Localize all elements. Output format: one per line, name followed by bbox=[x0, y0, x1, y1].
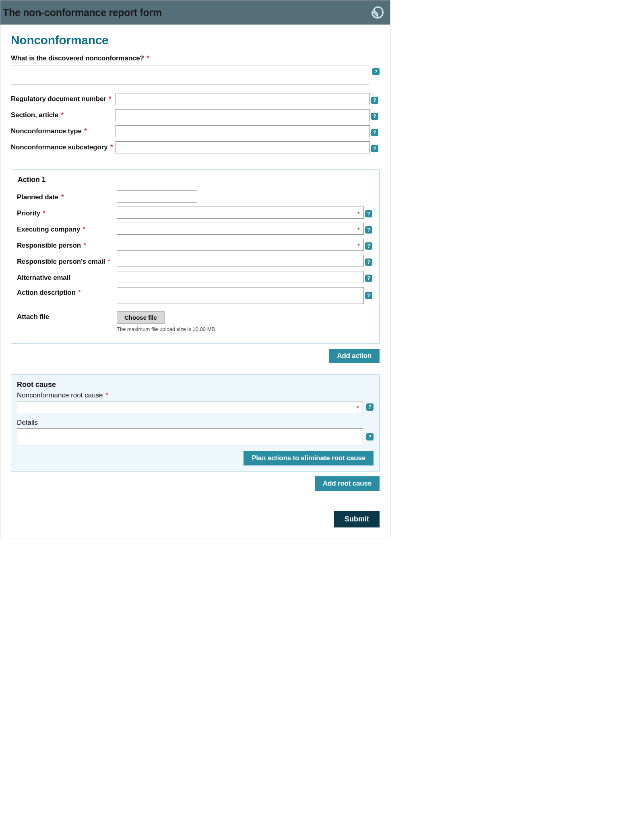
field-responsible-person: Responsible person * ▼ ? bbox=[17, 239, 374, 251]
root-details-input[interactable] bbox=[17, 428, 363, 445]
label-nonconformance-type: Nonconformance type bbox=[11, 127, 82, 135]
section-article-input[interactable] bbox=[116, 109, 370, 121]
page-title: The non-conformance report form bbox=[3, 7, 162, 19]
label-executing-company: Executing company bbox=[17, 225, 80, 233]
root-cause-select[interactable] bbox=[17, 401, 363, 413]
nonconformance-subcategory-input[interactable] bbox=[116, 141, 370, 153]
priority-select[interactable] bbox=[117, 207, 364, 219]
logo-leaf-icon bbox=[370, 5, 385, 20]
label-alternative-email: Alternative email bbox=[17, 274, 70, 281]
help-icon[interactable]: ? bbox=[365, 275, 372, 282]
label-section-article: Section, article bbox=[11, 111, 58, 119]
action-description-input[interactable] bbox=[117, 287, 364, 304]
help-icon[interactable]: ? bbox=[371, 129, 378, 136]
planned-date-input[interactable] bbox=[117, 190, 197, 203]
field-discovered-nonconformance: What is the discovered nonconformance? *… bbox=[11, 54, 380, 85]
responsible-person-select[interactable] bbox=[117, 239, 364, 251]
label-responsible-person: Responsible person bbox=[17, 242, 81, 249]
executing-company-select[interactable] bbox=[117, 223, 364, 235]
help-icon[interactable]: ? bbox=[371, 145, 378, 152]
required-marker: * bbox=[109, 95, 111, 103]
field-nonconformance-subcategory: Nonconformance subcategory * ? bbox=[11, 141, 380, 153]
file-size-note: The maximum file upload size is 10.00 MB bbox=[117, 326, 364, 332]
label-text: What is the discovered nonconformance? bbox=[11, 54, 144, 62]
help-icon[interactable]: ? bbox=[365, 210, 372, 217]
field-planned-date: Planned date * bbox=[17, 190, 374, 203]
help-icon[interactable]: ? bbox=[365, 242, 372, 250]
submit-button[interactable]: Submit bbox=[334, 511, 380, 527]
regulatory-doc-input[interactable] bbox=[116, 93, 370, 105]
add-action-button[interactable]: Add action bbox=[329, 349, 380, 363]
field-nonconformance-type: Nonconformance type * ? bbox=[11, 125, 380, 137]
required-marker: * bbox=[83, 242, 86, 249]
required-marker: * bbox=[110, 143, 113, 151]
add-root-cause-button[interactable]: Add root cause bbox=[315, 476, 380, 491]
required-marker: * bbox=[61, 111, 63, 119]
label-discovered-nonconformance: What is the discovered nonconformance? * bbox=[11, 54, 380, 62]
field-regulatory-doc: Regulatory document number * ? bbox=[11, 93, 380, 105]
help-icon[interactable]: ? bbox=[365, 226, 372, 234]
label-priority: Priority bbox=[17, 209, 40, 217]
required-marker: * bbox=[43, 209, 45, 217]
root-cause-box: Root cause Nonconformance root cause * ▼… bbox=[11, 374, 380, 471]
label-attach-file: Attach file bbox=[17, 313, 49, 321]
required-marker: * bbox=[61, 193, 64, 201]
required-marker: * bbox=[78, 289, 80, 296]
label-responsible-email: Responsible person's email bbox=[17, 258, 105, 265]
field-priority: Priority * ▼ ? bbox=[17, 207, 374, 219]
required-marker: * bbox=[108, 258, 110, 265]
required-marker: * bbox=[147, 54, 149, 62]
label-root-details: Details bbox=[17, 419, 374, 427]
form-card: The non-conformance report form Nonconfo… bbox=[0, 0, 390, 538]
responsible-email-input[interactable] bbox=[117, 255, 364, 267]
alternative-email-input[interactable] bbox=[117, 271, 364, 283]
field-section-article: Section, article * ? bbox=[11, 109, 380, 121]
card-header: The non-conformance report form bbox=[0, 0, 390, 25]
field-responsible-email: Responsible person's email * ? bbox=[17, 255, 374, 267]
label-root-cause: Nonconformance root cause * bbox=[17, 391, 374, 399]
required-marker: * bbox=[83, 225, 85, 233]
help-icon[interactable]: ? bbox=[372, 68, 380, 75]
label-regulatory-doc: Regulatory document number bbox=[11, 95, 106, 103]
section-title-nonconformance: Nonconformance bbox=[11, 33, 380, 47]
label-action-description: Action description bbox=[17, 289, 76, 296]
label-text: Nonconformance root cause bbox=[17, 391, 103, 399]
field-action-description: Action description * ? bbox=[17, 287, 374, 306]
choose-file-button[interactable]: Choose file bbox=[117, 311, 165, 324]
card-body: Nonconformance What is the discovered no… bbox=[0, 25, 390, 538]
discovered-nonconformance-input[interactable] bbox=[11, 66, 369, 85]
label-planned-date: Planned date bbox=[17, 193, 58, 201]
required-marker: * bbox=[105, 391, 108, 399]
plan-actions-button[interactable]: Plan actions to eliminate root cause bbox=[244, 451, 374, 465]
help-icon[interactable]: ? bbox=[365, 258, 372, 266]
nonconformance-type-input[interactable] bbox=[116, 125, 370, 137]
field-executing-company: Executing company * ▼ ? bbox=[17, 223, 374, 235]
field-alternative-email: Alternative email ? bbox=[17, 271, 374, 283]
root-cause-title: Root cause bbox=[17, 380, 374, 389]
action-box: Action 1 Planned date * Priority * bbox=[11, 170, 380, 344]
help-icon[interactable]: ? bbox=[371, 113, 378, 120]
field-attach-file: Attach file Choose file The maximum file… bbox=[17, 311, 374, 332]
help-icon[interactable]: ? bbox=[371, 97, 378, 104]
required-marker: * bbox=[84, 127, 87, 135]
label-nonconformance-subcategory: Nonconformance subcategory bbox=[11, 143, 107, 151]
help-icon[interactable]: ? bbox=[366, 433, 374, 440]
help-icon[interactable]: ? bbox=[366, 403, 374, 411]
help-icon[interactable]: ? bbox=[365, 292, 372, 299]
action-box-title: Action 1 bbox=[18, 176, 374, 184]
